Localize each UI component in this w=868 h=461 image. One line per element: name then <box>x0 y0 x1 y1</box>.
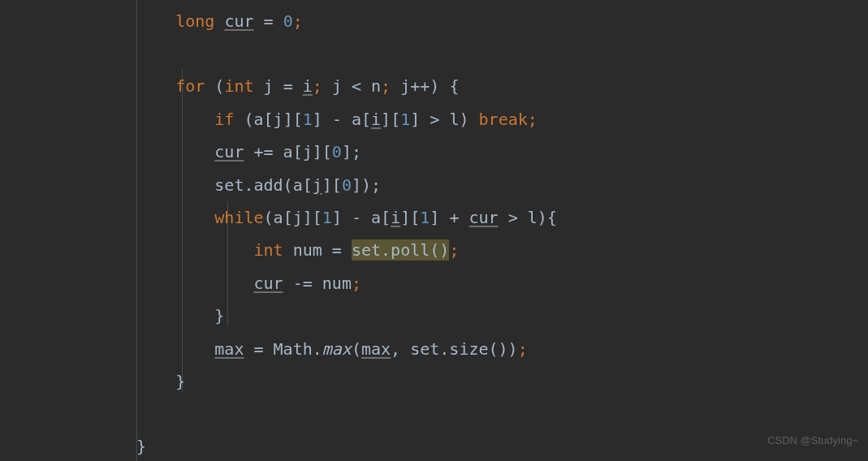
code-line: long cur = 0; <box>136 5 868 37</box>
watermark-text: CSDN @Studying~ <box>767 430 858 451</box>
number: 1 <box>420 208 430 227</box>
variable: cur <box>469 208 498 227</box>
keyword: int <box>254 240 283 260</box>
code-line: cur -= num; <box>136 267 868 299</box>
code-line: cur += a[j][0]; <box>136 136 868 168</box>
number: 0 <box>332 142 342 162</box>
code-line: } <box>136 365 868 398</box>
number: 1 <box>322 208 332 227</box>
blank-line <box>136 398 868 430</box>
code-line: for (int j = i; j < n; j++) { <box>136 70 868 102</box>
keyword: long <box>175 11 214 31</box>
blank-line <box>136 37 868 70</box>
variable: max <box>214 339 244 359</box>
selected-text: set.poll() <box>352 239 449 261</box>
number: 1 <box>303 110 313 129</box>
variable: cur <box>224 11 253 31</box>
number: 1 <box>400 110 410 129</box>
code-block: long cur = 0; for (int j = i; j < n; j++… <box>0 0 868 461</box>
variable: cur <box>214 142 244 162</box>
code-line: } <box>136 430 868 461</box>
keyword: int <box>224 76 253 96</box>
keyword: for <box>175 76 205 96</box>
number: 0 <box>342 175 352 195</box>
code-line: max = Math.max(max, set.size()); <box>136 333 868 365</box>
variable: i <box>303 76 313 96</box>
variable: cur <box>254 274 283 293</box>
variable: i <box>371 110 381 129</box>
keyword: while <box>214 208 263 227</box>
static-method: max <box>322 339 352 359</box>
number: 0 <box>283 11 293 31</box>
variable: i <box>391 208 400 227</box>
keyword: if <box>214 110 234 129</box>
code-line: while(a[j][1] - a[i][1] + cur > l){ <box>136 201 868 234</box>
variable: max <box>361 339 391 359</box>
code-line: int num = set.poll(); <box>136 234 868 266</box>
code-line: if (a[j][1] - a[i][1] > l) break; <box>136 103 868 136</box>
variable: j <box>313 175 322 195</box>
code-line: set.add(a[j][0]); <box>136 169 868 201</box>
keyword: break <box>479 110 528 129</box>
code-line: } <box>136 299 868 332</box>
